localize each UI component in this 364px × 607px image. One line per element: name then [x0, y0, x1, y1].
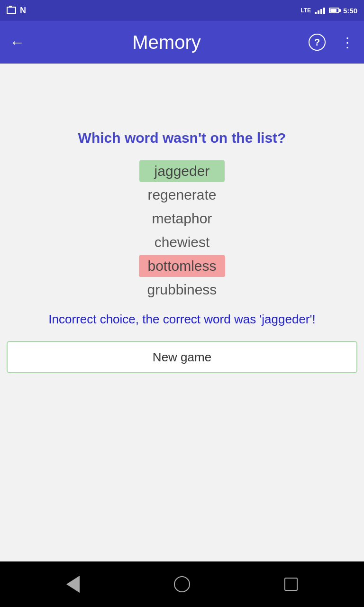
- back-arrow-icon: ←: [9, 34, 25, 51]
- word-item[interactable]: bottomless: [139, 255, 225, 277]
- battery-icon: [329, 8, 339, 13]
- home-nav-button[interactable]: [174, 576, 190, 592]
- more-options-button[interactable]: ⋮: [341, 35, 355, 50]
- help-icon: ?: [309, 34, 326, 51]
- help-button[interactable]: ?: [309, 34, 326, 51]
- question-text: Which word wasn't on the list?: [78, 130, 286, 146]
- status-bar-right: LTE 5:50: [300, 7, 357, 15]
- back-nav-icon: [66, 576, 80, 593]
- status-bar: N LTE 5:50: [0, 0, 364, 21]
- signal-bar-3: [320, 9, 322, 14]
- sd-card-icon: [7, 7, 16, 14]
- new-game-label: New game: [153, 350, 211, 365]
- signal-bar-1: [315, 12, 317, 14]
- word-list: jaggederregeneratemetaphorchewiestbottom…: [139, 160, 226, 301]
- back-nav-button[interactable]: [66, 576, 80, 593]
- app-title: Memory: [132, 32, 200, 53]
- time-display: 5:50: [343, 7, 357, 15]
- word-item[interactable]: metaphor: [139, 208, 225, 230]
- word-item[interactable]: jaggeder: [139, 160, 225, 182]
- home-nav-icon: [174, 576, 190, 592]
- word-item[interactable]: grubbiness: [139, 279, 226, 301]
- app-bar: ← Memory ? ⋮: [0, 21, 364, 64]
- lte-badge: LTE: [300, 7, 311, 14]
- word-item[interactable]: regenerate: [139, 184, 225, 206]
- status-bar-left: N: [7, 6, 26, 16]
- feedback-text: Incorrect choice, the correct word was '…: [39, 312, 325, 327]
- new-game-button[interactable]: New game: [7, 341, 357, 373]
- recents-nav-icon: [284, 578, 298, 591]
- more-vert-icon: ⋮: [341, 35, 355, 50]
- signal-bar-2: [318, 10, 319, 14]
- signal-bar-4: [323, 8, 325, 14]
- battery-fill: [330, 9, 337, 12]
- notification-icon: N: [20, 6, 26, 16]
- bottom-navigation: [0, 561, 364, 607]
- signal-bars: [315, 8, 325, 14]
- main-content: Which word wasn't on the list? jaggederr…: [0, 64, 364, 561]
- app-bar-actions: ? ⋮: [309, 34, 355, 51]
- word-item[interactable]: chewiest: [139, 231, 225, 253]
- back-button[interactable]: ←: [9, 34, 25, 51]
- recents-nav-button[interactable]: [284, 578, 298, 591]
